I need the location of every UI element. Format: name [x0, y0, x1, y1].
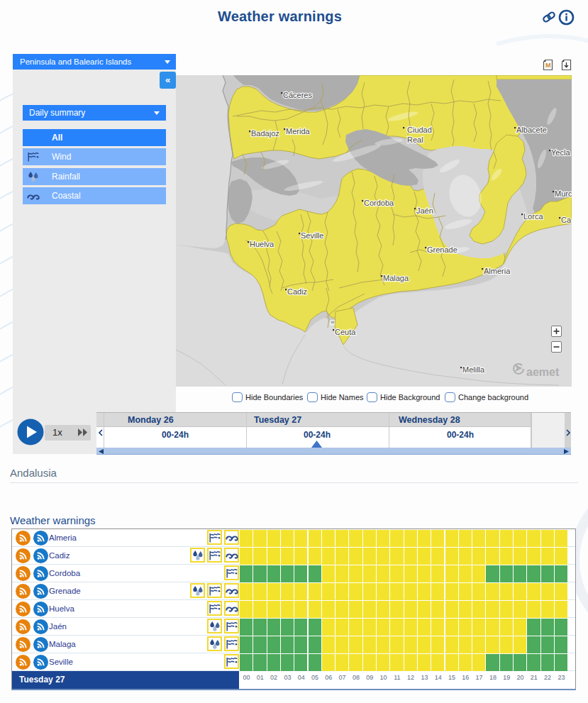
svg-text:Lorca: Lorca [523, 212, 543, 221]
svg-text:Cáceres: Cáceres [283, 91, 312, 99]
svg-text:Cordoba: Cordoba [364, 199, 394, 207]
svg-text:Murci: Murci [555, 189, 572, 198]
svg-text:Merida: Merida [286, 127, 311, 135]
svg-text:M: M [545, 62, 551, 69]
svg-text:Ceuta: Ceuta [335, 328, 356, 336]
svg-text:Ca: Ca [561, 216, 572, 224]
svg-text:Seville: Seville [301, 231, 323, 240]
svg-text:Almeria: Almeria [484, 267, 511, 275]
svg-text:Huelva: Huelva [250, 240, 274, 248]
svg-text:Cadiz: Cadiz [287, 287, 307, 296]
svg-text:Malaga: Malaga [383, 274, 409, 282]
svg-text:Yecla: Yecla [551, 148, 570, 157]
svg-text:Albacete: Albacete [516, 126, 547, 134]
svg-text:Jaén: Jaén [416, 206, 433, 215]
svg-text:Grenade: Grenade [427, 245, 457, 254]
svg-text:Badajoz: Badajoz [251, 129, 279, 138]
svg-text:Ciudad: Ciudad [407, 126, 432, 134]
svg-text:aemet: aemet [526, 366, 560, 378]
svg-text:Real: Real [407, 135, 423, 144]
svg-text:Melilla: Melilla [462, 365, 485, 374]
